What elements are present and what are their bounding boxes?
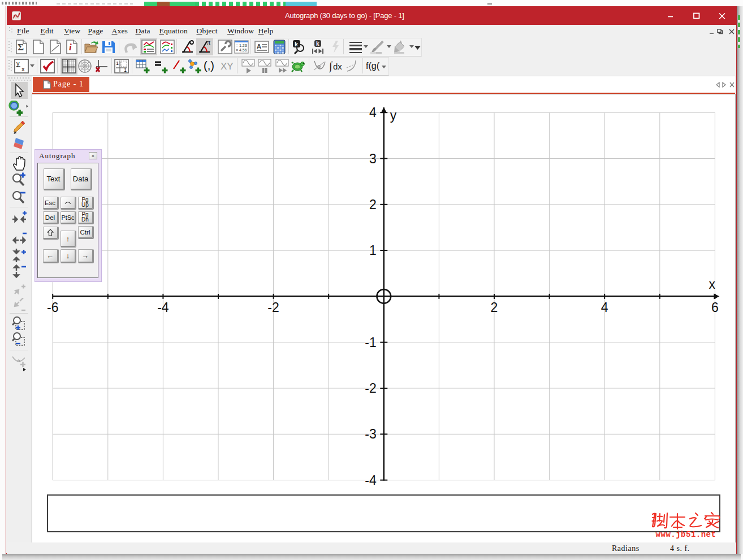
svg-text:π: π xyxy=(207,40,210,46)
svg-text:6: 6 xyxy=(711,300,719,315)
svg-text:(,): (,) xyxy=(204,59,214,72)
svg-text:i: i xyxy=(69,42,72,53)
svg-text:= 4.56: = 4.56 xyxy=(236,48,247,52)
svg-text:-6: -6 xyxy=(47,300,58,315)
svg-text:x: x xyxy=(709,277,715,292)
svg-text:-4: -4 xyxy=(365,472,377,487)
svg-text:-4: -4 xyxy=(157,300,169,315)
svg-text:1: 1 xyxy=(116,60,119,66)
svg-text:x: x xyxy=(21,66,25,72)
svg-text:4: 4 xyxy=(601,300,608,315)
svg-text:= 1.23: = 1.23 xyxy=(236,44,247,47)
svg-text:2: 2 xyxy=(491,300,498,315)
svg-text:-3: -3 xyxy=(365,427,376,441)
svg-text:1: 1 xyxy=(369,243,377,258)
svg-text:4: 4 xyxy=(369,105,377,120)
svg-text:XY: XY xyxy=(221,61,234,72)
svg-text:-1: -1 xyxy=(365,335,376,349)
svg-text:Σ: Σ xyxy=(18,42,24,53)
svg-text:k: k xyxy=(316,41,319,47)
svg-text:-2: -2 xyxy=(267,300,279,315)
svg-text:-2: -2 xyxy=(365,381,376,396)
svg-text:2: 2 xyxy=(369,197,377,211)
svg-text:3: 3 xyxy=(369,151,377,166)
svg-text:k: k xyxy=(295,41,299,47)
svg-text:dx: dx xyxy=(333,62,342,71)
svg-text:f(g(: f(g( xyxy=(366,61,380,71)
svg-text:∫: ∫ xyxy=(329,59,333,73)
svg-text:A: A xyxy=(257,43,261,50)
svg-text:y: y xyxy=(390,108,397,123)
svg-text:y: y xyxy=(16,60,20,67)
svg-text:1: 1 xyxy=(124,67,127,73)
